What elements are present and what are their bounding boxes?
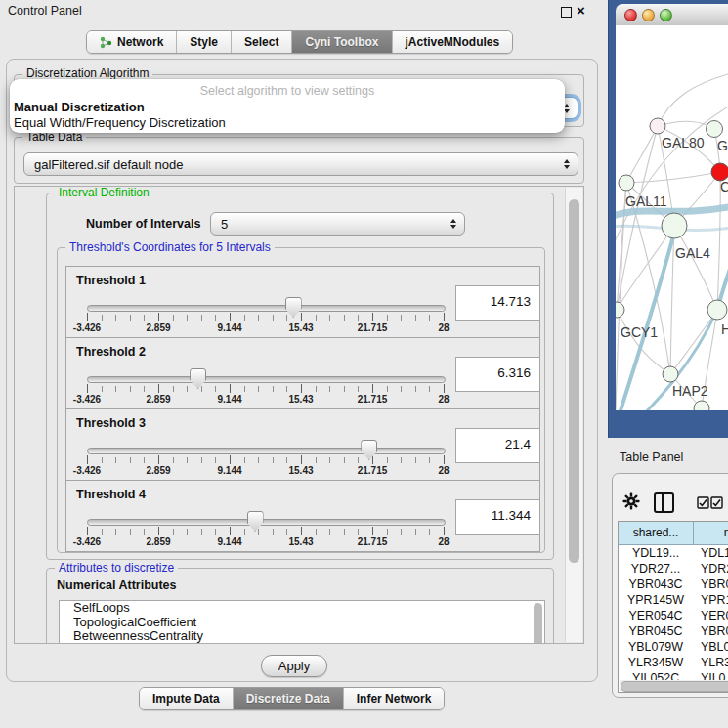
slider-track[interactable]: [87, 305, 446, 312]
node-label: C: [720, 179, 728, 194]
node-g[interactable]: [707, 121, 723, 138]
table-row[interactable]: YBL079W YBL0: [619, 639, 728, 655]
slider-track[interactable]: [87, 519, 446, 526]
table-row[interactable]: YLR345W YLR3: [619, 655, 728, 670]
zoom-traffic-light[interactable]: [660, 9, 672, 21]
cell-name: YBL0: [701, 639, 728, 655]
threshold-box: Threshold 2 -3.426 2.859 9.144 15.43 21.…: [65, 337, 540, 409]
popup-option-manual[interactable]: Manual Discretization: [14, 100, 145, 114]
column-header-shared-name[interactable]: shared...: [619, 522, 694, 545]
node-gal4[interactable]: [662, 213, 687, 238]
tab-style[interactable]: Style: [176, 31, 231, 53]
checkbox-checked-icon[interactable]: [710, 496, 723, 509]
threshold-slider[interactable]: -3.426 2.859 9.144 15.43 21.715 28: [87, 445, 444, 470]
threshold-slider[interactable]: -3.426 2.859 9.144 15.43 21.715 28: [87, 302, 444, 327]
cell-name: YLR3: [701, 655, 728, 670]
cell-name: YDL1: [701, 545, 728, 561]
table-row[interactable]: YER054C YER0: [619, 608, 728, 623]
tab-style-label: Style: [190, 31, 218, 53]
list-item[interactable]: SelfLoops: [60, 601, 544, 616]
tab-network[interactable]: Network: [87, 31, 176, 53]
tab-discretize-data-label: Discretize Data: [246, 688, 330, 709]
tick-label: 2.859: [146, 322, 170, 333]
tab-infer-network[interactable]: Infer Network: [343, 688, 445, 709]
cell-name: YDR2: [701, 561, 728, 577]
interval-definition-group: Interval Definition Number of Intervals …: [46, 193, 554, 560]
table-panel-title: Table Panel: [620, 450, 683, 464]
tab-network-label: Network: [117, 31, 163, 53]
tick-label: 15.43: [288, 322, 313, 333]
node-hap2[interactable]: [663, 366, 678, 382]
checkbox-checked-icon[interactable]: [697, 496, 709, 509]
node-gal11[interactable]: [619, 175, 634, 191]
tab-impute-data[interactable]: Impute Data: [140, 688, 233, 709]
table-data-combo[interactable]: galFiltered.sif default node: [23, 152, 578, 176]
threshold-slider[interactable]: -3.426 2.859 9.144 15.43 21.715 28: [87, 373, 444, 399]
tab-discretize-data[interactable]: Discretize Data: [233, 688, 343, 709]
horizontal-scrollbar-thumb[interactable]: [621, 681, 728, 692]
tick-label: 9.144: [217, 536, 241, 547]
viewport-scrollbar-thumb[interactable]: [569, 199, 579, 563]
tab-cyni-toolbox[interactable]: Cyni Toolbox: [291, 31, 391, 53]
cell-shared-name: YBL079W: [619, 639, 693, 655]
network-window-titlebar[interactable]: [616, 4, 728, 26]
number-of-intervals-combo[interactable]: 5: [210, 212, 465, 236]
threshold-value-field[interactable]: 14.713: [455, 285, 540, 321]
tab-select[interactable]: Select: [231, 31, 291, 53]
cell-shared-name: YDL19...: [619, 545, 693, 561]
cell-name: YBR0: [701, 623, 728, 639]
threshold-value-field[interactable]: 21.4: [455, 428, 540, 463]
cell-shared-name: YPR145W: [619, 592, 693, 608]
node-gal80[interactable]: [650, 118, 665, 134]
tab-infer-network-label: Infer Network: [357, 688, 432, 709]
numerical-attributes-list[interactable]: SelfLoops TopologicalCoefficient Between…: [59, 600, 545, 644]
viewport-scrollbar-track[interactable]: [565, 188, 582, 642]
float-window-icon[interactable]: [561, 7, 572, 18]
tick-label: 28: [438, 394, 449, 405]
threshold-label: Threshold 1: [76, 274, 146, 287]
node-h[interactable]: [707, 300, 727, 320]
attributes-group: Attributes to discretize Numerical Attri…: [46, 568, 554, 644]
list-scrollbar[interactable]: [534, 603, 542, 644]
apply-button[interactable]: Apply: [261, 655, 327, 677]
node-table: shared... na YDL19... YDL1 YDR27... YDR2…: [618, 521, 728, 693]
tab-impute-data-label: Impute Data: [152, 688, 220, 709]
minimize-traffic-light[interactable]: [642, 9, 655, 21]
tick-label: 2.859: [146, 394, 170, 405]
table-row[interactable]: YDL19... YDL1: [619, 545, 728, 561]
slider-track[interactable]: [87, 448, 446, 454]
bottom-tab-bar: Impute Data Discretize Data Infer Networ…: [139, 687, 445, 710]
list-item[interactable]: BetweennessCentrality: [60, 629, 544, 644]
tab-jactivemnodules[interactable]: jActiveMNodules: [392, 31, 513, 53]
table-row[interactable]: YDR27... YDR2: [619, 561, 728, 577]
slider-track[interactable]: [87, 376, 446, 383]
threshold-value-field[interactable]: 11.344: [455, 499, 540, 535]
thresholds-group: Threshold's Coordinates for 5 Intervals …: [57, 247, 545, 553]
column-header-name[interactable]: na: [694, 522, 728, 545]
popup-option-equal-width[interactable]: Equal Width/Frequency Discretization: [14, 115, 226, 130]
algorithm-popup: Select algorithm to view settings Manual…: [10, 79, 565, 133]
threshold-label: Threshold 4: [76, 488, 146, 501]
tick-label: 9.144: [217, 394, 241, 405]
node-gcy1[interactable]: [616, 302, 624, 318]
list-item[interactable]: TopologicalCoefficient: [60, 616, 544, 630]
threshold-value-field[interactable]: 6.316: [455, 357, 540, 392]
slider-ticks: [87, 386, 444, 392]
horizontal-scrollbar[interactable]: [620, 680, 728, 691]
node-label: H: [721, 321, 728, 337]
network-canvas[interactable]: GAL80 G C GAL11 GAL4 GCY1 H HAP2: [616, 25, 728, 410]
node-label: GAL11: [625, 193, 667, 209]
table-row[interactable]: YBR045C YBR0: [619, 623, 728, 639]
table-row[interactable]: YPR145W YPR1: [619, 592, 728, 608]
tick-label: -3.426: [73, 394, 101, 405]
gear-icon[interactable]: [622, 492, 640, 510]
threshold-box: Threshold 3 -3.426 2.859 9.144 15.43 21.…: [65, 408, 540, 481]
close-traffic-light[interactable]: [624, 9, 637, 21]
close-icon[interactable]: ×: [577, 1, 585, 21]
table-row[interactable]: YBR043C YBR0: [619, 577, 728, 592]
threshold-slider[interactable]: -3.426 2.859 9.144 15.43 21.715 28: [87, 516, 444, 541]
columns-icon[interactable]: [654, 492, 674, 513]
tick-label: 21.715: [358, 536, 388, 547]
slider-ticks: [87, 529, 444, 535]
tick-label: 15.43: [288, 536, 313, 547]
